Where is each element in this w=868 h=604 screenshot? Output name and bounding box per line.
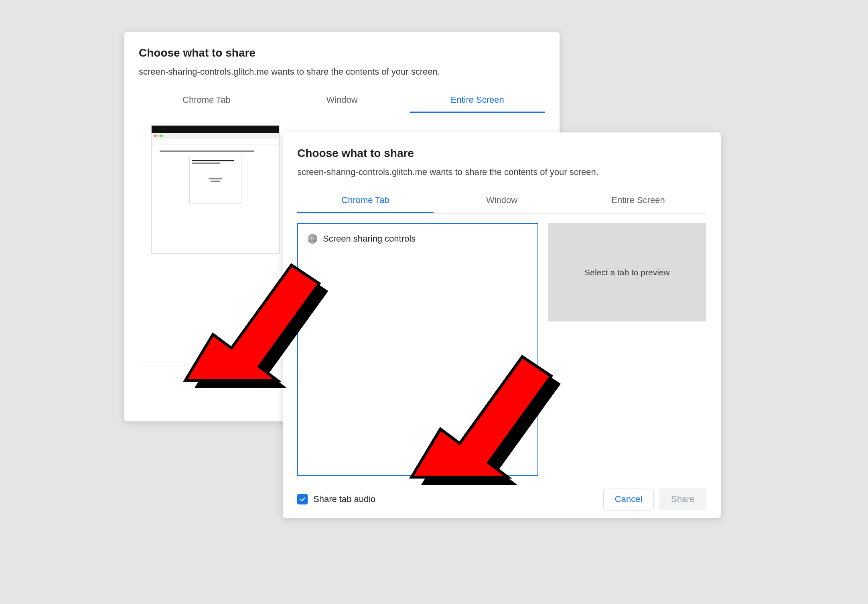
tab-entire-screen[interactable]: Entire Screen (570, 189, 706, 213)
tab-chrome-tab[interactable]: Chrome Tab (139, 89, 274, 113)
dialog-title: Choose what to share (297, 147, 706, 160)
share-tabs: Chrome Tab Window Entire Screen (297, 189, 706, 214)
share-audio-label: Share tab audio (313, 494, 375, 504)
share-tabs: Chrome Tab Window Entire Screen (139, 89, 545, 113)
dialog-subtitle: screen-sharing-controls.glitch.me wants … (139, 67, 545, 77)
tab-chrome-tab[interactable]: Chrome Tab (297, 189, 434, 213)
globe-icon (308, 234, 317, 244)
share-tab-audio-option[interactable]: Share tab audio (297, 494, 375, 504)
tab-window[interactable]: Window (434, 189, 570, 213)
share-dialog-chrome-tab: Choose what to share screen-sharing-cont… (283, 132, 721, 518)
cancel-button[interactable]: Cancel (603, 488, 654, 510)
tab-list-item[interactable]: Screen sharing controls (306, 231, 529, 246)
dialog-title: Choose what to share (139, 47, 545, 59)
tab-entire-screen[interactable]: Entire Screen (410, 89, 545, 113)
checkbox-checked-icon (297, 494, 308, 504)
tab-list: Screen sharing controls (297, 223, 538, 476)
tab-window[interactable]: Window (274, 89, 410, 113)
dialog-subtitle: screen-sharing-controls.glitch.me wants … (297, 167, 706, 177)
tab-list-item-label: Screen sharing controls (323, 234, 416, 244)
share-button[interactable]: Share (659, 488, 706, 510)
screen-thumbnail[interactable] (151, 125, 280, 254)
preview-pane: Select a tab to preview (548, 223, 706, 321)
preview-placeholder: Select a tab to preview (584, 268, 669, 277)
